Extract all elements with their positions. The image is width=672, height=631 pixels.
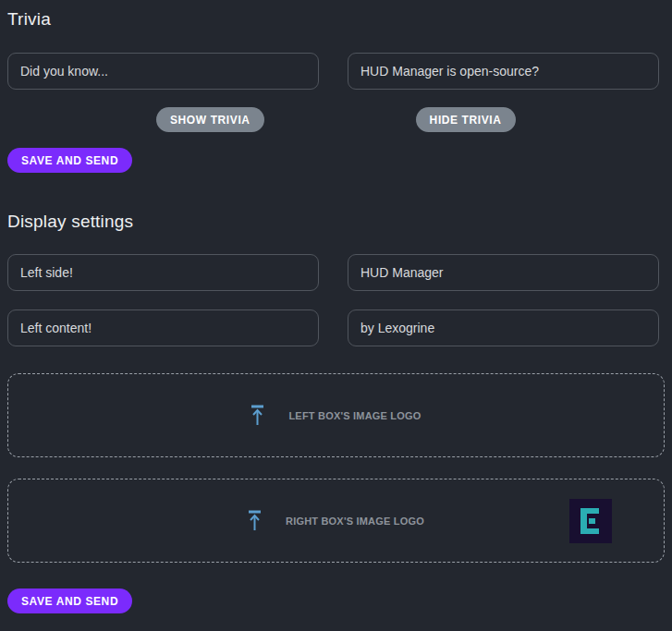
upload-icon	[248, 510, 262, 531]
hide-trivia-button[interactable]: HIDE TRIVIA	[416, 107, 516, 132]
show-trivia-button[interactable]: SHOW TRIVIA	[156, 107, 264, 132]
display-inputs-row-1	[7, 254, 672, 291]
left-content-input[interactable]	[7, 309, 319, 346]
left-logo-dropzone[interactable]: LEFT BOX'S IMAGE LOGO	[7, 373, 665, 457]
trivia-buttons-row: SHOW TRIVIA HIDE TRIVIA	[7, 107, 672, 132]
upload-icon	[250, 405, 264, 426]
right-logo-dropzone[interactable]: RIGHT BOX'S IMAGE LOGO	[7, 479, 665, 563]
uploaded-logo-preview	[569, 499, 612, 543]
trivia-answer-input[interactable]	[348, 53, 659, 90]
display-save-and-send-button[interactable]: SAVE AND SEND	[7, 589, 132, 613]
trivia-question-input[interactable]	[7, 53, 319, 90]
right-side-title-input[interactable]	[348, 254, 659, 291]
left-side-title-input[interactable]	[7, 254, 319, 291]
display-inputs-row-2	[7, 309, 672, 346]
hud-manager-settings-page: Trivia SHOW TRIVIA HIDE TRIVIA SAVE AND …	[0, 0, 672, 631]
left-dropzone-label: LEFT BOX'S IMAGE LOGO	[288, 410, 421, 421]
trivia-section-title: Trivia	[7, 0, 672, 30]
trivia-inputs-row	[7, 53, 672, 90]
right-dropzone-label: RIGHT BOX'S IMAGE LOGO	[286, 516, 424, 527]
trivia-save-and-send-button[interactable]: SAVE AND SEND	[7, 148, 132, 173]
right-content-input[interactable]	[348, 309, 659, 346]
display-settings-title: Display settings	[7, 212, 672, 232]
logo-E-icon	[580, 508, 601, 534]
